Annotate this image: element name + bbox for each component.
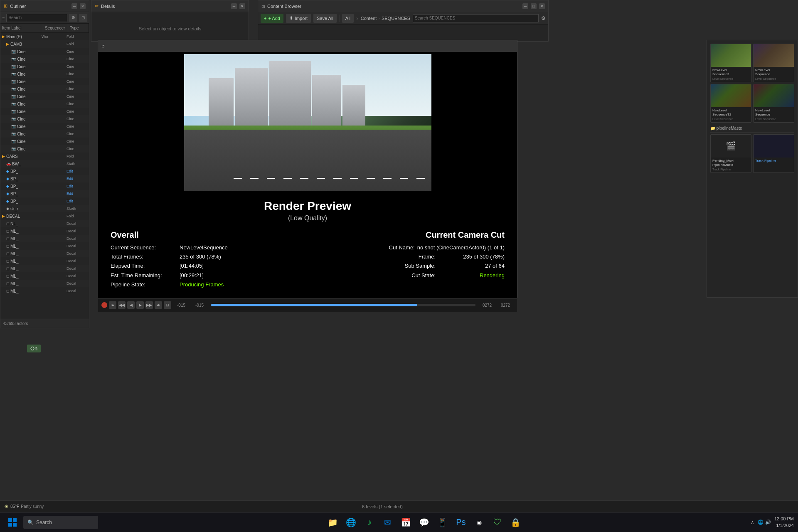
network-icon[interactable]: 🌐: [758, 520, 764, 525]
timeline-scrubber[interactable]: [211, 304, 475, 306]
render-preview-subtitle: (Low Quality): [111, 214, 505, 222]
loop-btn[interactable]: ⊡: [164, 301, 171, 309]
list-item[interactable]: 📷 Cine Cine: [0, 70, 89, 78]
filter-btn[interactable]: ⚙: [69, 14, 77, 22]
scene-buildings: [209, 61, 419, 130]
list-item[interactable]: 📷 Cine Cine: [0, 123, 89, 130]
import-button[interactable]: ⬆ Import: [286, 14, 311, 23]
list-item[interactable]: ◻ ML_ Decal: [0, 235, 89, 242]
settings-btn[interactable]: ⊡: [79, 14, 87, 22]
taskbar-app-ps[interactable]: Ps: [453, 514, 469, 531]
thumbnail-item[interactable]: NewLevelSequence Level Sequence: [753, 44, 794, 82]
list-item[interactable]: ◆ BP_ Edit: [0, 175, 89, 182]
list-item[interactable]: 📷 Cine Cine: [0, 78, 89, 85]
cb-close-btn[interactable]: ✕: [539, 3, 545, 9]
thumb-name: NewLevelSequence: [755, 68, 792, 77]
list-item[interactable]: 📷 Cine Cine: [0, 48, 89, 55]
taskbar-app-teams[interactable]: 💬: [416, 514, 433, 531]
play-btn[interactable]: ▶: [136, 301, 144, 309]
step-fwd-btn[interactable]: ▶▶: [145, 301, 153, 309]
play-back-btn[interactable]: ◀: [127, 301, 135, 309]
list-item[interactable]: ◆ BP_ Edit: [0, 182, 89, 190]
taskbar-app-vpn[interactable]: 🔒: [507, 514, 524, 531]
svg-rect-1: [13, 518, 17, 522]
list-item[interactable]: 📷 Cine Cine: [0, 115, 89, 123]
taskbar-app-chrome[interactable]: 🌐: [343, 514, 360, 531]
building: [209, 78, 234, 130]
list-item[interactable]: ◻ ML_ Decal: [0, 250, 89, 257]
taskbar-app-ue[interactable]: ◉: [471, 514, 488, 531]
record-btn[interactable]: [101, 302, 107, 308]
thumbnail-item[interactable]: NewLevelSequence3 Level Sequence: [710, 44, 751, 82]
list-item[interactable]: ▶ CAM3 Fold: [0, 40, 89, 48]
taskbar-app-mail[interactable]: ✉: [379, 514, 396, 531]
list-item[interactable]: 📷 Cine Cine: [0, 93, 89, 100]
list-item[interactable]: 📷 Cine Cine: [0, 145, 89, 153]
volume-icon[interactable]: 🔊: [765, 520, 771, 525]
list-item[interactable]: ▶ DECAL Fold: [0, 212, 89, 220]
outliner-content[interactable]: ▶ Main (P) Wor Fold ▶ CAM3 Fold 📷 Cine C…: [0, 33, 89, 319]
outliner-close-btn[interactable]: ✕: [80, 3, 86, 9]
taskbar-app-security[interactable]: 🛡: [489, 514, 506, 531]
breadcrumb-content[interactable]: Content: [361, 16, 377, 21]
list-item[interactable]: ◻ ML_ Decal: [0, 265, 89, 272]
col-sequencer: Sequencer: [43, 24, 68, 32]
list-item[interactable]: ◆ sk_r Sketh: [0, 205, 89, 212]
list-item[interactable]: 📷 Cine Cine: [0, 85, 89, 93]
list-item[interactable]: ▶ Main (P) Wor Fold: [0, 33, 89, 40]
list-item[interactable]: 📷 Cine Cine: [0, 63, 89, 70]
taskbar-app-explorer[interactable]: 📁: [325, 514, 341, 531]
list-item[interactable]: ◻ ML_ Decal: [0, 287, 89, 295]
content-settings-icon[interactable]: ⚙: [541, 15, 546, 21]
start-button[interactable]: [4, 515, 21, 530]
outliner-titlebar: ⊞ Outliner ─ ✕: [0, 0, 89, 12]
list-item[interactable]: ◻ ML_ Decal: [0, 272, 89, 280]
step-back-btn[interactable]: ◀◀: [118, 301, 126, 309]
settings-all-button[interactable]: All: [342, 14, 354, 23]
list-item[interactable]: ◻ ML_ Decal: [0, 257, 89, 265]
details-close-btn[interactable]: ✕: [239, 3, 245, 9]
list-item[interactable]: ▶ CARS Fold: [0, 153, 89, 160]
thumbnail-item[interactable]: 🎬 Pending_MoviPipelineMaste Track Pipeli…: [710, 134, 751, 173]
skip-start-btn[interactable]: ⏮: [109, 301, 116, 309]
list-item[interactable]: 📷 Cine Cine: [0, 55, 89, 63]
details-minimize-btn[interactable]: ─: [231, 3, 237, 9]
list-item[interactable]: ◻ NL_ Decal: [0, 220, 89, 227]
cb-minimize-btn[interactable]: ─: [522, 3, 528, 9]
cb-maximize-btn[interactable]: □: [531, 3, 537, 9]
list-item[interactable]: 📷 Cine Cine: [0, 100, 89, 108]
list-item[interactable]: 📷 Cine Cine: [0, 108, 89, 115]
outliner-title: Outliner: [10, 4, 69, 9]
taskbar-search[interactable]: 🔍 Search: [23, 516, 98, 529]
outliner-search-input[interactable]: [6, 14, 67, 22]
list-item[interactable]: ◆ BP_ Edit: [0, 190, 89, 197]
taskbar-app-calendar[interactable]: 📅: [398, 514, 414, 531]
save-all-button[interactable]: Save All: [313, 14, 337, 23]
list-item[interactable]: 📷 Cine Cine: [0, 130, 89, 138]
calendar-icon: 📅: [401, 517, 411, 527]
weather-icon: ☀: [4, 504, 9, 510]
list-item[interactable]: 📷 Cine Cine: [0, 138, 89, 145]
thumbnail-item[interactable]: NewLevelSequence Level Sequence: [753, 84, 794, 123]
list-item[interactable]: ◆ BP_ Edit: [0, 167, 89, 175]
taskbar-app-spotify[interactable]: ♪: [361, 514, 378, 531]
taskbar-clock[interactable]: 12:00 PM 1/1/2024: [774, 516, 794, 529]
breadcrumb-sequences[interactable]: SEQUENCES: [382, 16, 410, 21]
outliner-minimize-btn[interactable]: ─: [71, 3, 77, 9]
thumbnail-item[interactable]: Track Pipeline: [753, 134, 794, 173]
timeline-current: -015: [191, 303, 208, 308]
tray-chevron[interactable]: ∧: [751, 520, 754, 525]
list-item[interactable]: ◻ ML_ Decal: [0, 227, 89, 235]
list-item[interactable]: ◻ ML_ Decal: [0, 242, 89, 250]
list-item[interactable]: ◆ BP_ Edit: [0, 197, 89, 205]
thumbnail-item[interactable]: NewLevelSequenceT2 Level Sequence: [710, 84, 751, 123]
add-button[interactable]: + + Add: [261, 14, 283, 23]
outliner-footer: 43/693 actors: [0, 319, 89, 328]
list-item[interactable]: ◻ ML_ Decal: [0, 280, 89, 287]
thumb-label: Track Pipeline: [754, 158, 794, 164]
content-browser-search[interactable]: [413, 14, 539, 22]
taskbar-app-phone[interactable]: 📱: [434, 514, 451, 531]
teams-icon: 💬: [419, 517, 429, 527]
list-item[interactable]: 🚗 BW_ Stath: [0, 160, 89, 167]
skip-end-btn[interactable]: ⏭: [155, 301, 162, 309]
